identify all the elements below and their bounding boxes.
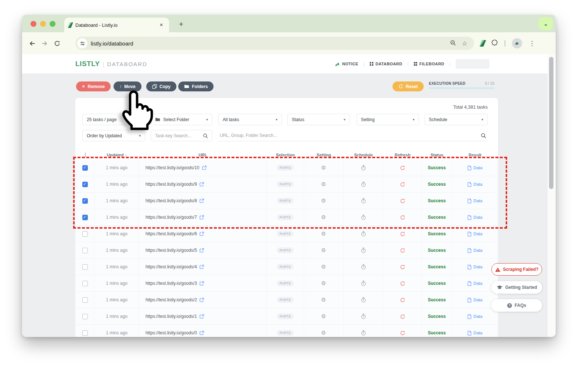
data-link[interactable]: Data <box>467 265 482 269</box>
row-checkbox[interactable] <box>82 281 88 286</box>
column-status[interactable]: Status <box>422 153 452 157</box>
scraping-failed-button[interactable]: Scraping Failed? <box>491 263 542 276</box>
back-button[interactable] <box>26 37 38 50</box>
url-cell[interactable]: https://test.listly.io/goods/5 <box>139 242 267 258</box>
task-url[interactable]: https://test.listly.io/goods/1 <box>146 314 197 319</box>
column-result[interactable]: Result <box>452 153 498 157</box>
profile-avatar[interactable] <box>512 38 522 48</box>
stopwatch-icon[interactable] <box>361 297 366 303</box>
external-link-icon[interactable] <box>200 298 204 302</box>
data-link[interactable]: Data <box>467 281 482 286</box>
data-link[interactable]: Data <box>467 166 482 170</box>
listly-logo[interactable]: LISTLY <box>75 60 100 68</box>
external-link-icon[interactable] <box>200 265 204 269</box>
task-url[interactable]: https://test.listly.io/goods/5 <box>146 248 197 253</box>
task-url[interactable]: https://test.listly.io/goods/3 <box>146 281 197 286</box>
stopwatch-icon[interactable] <box>361 198 366 204</box>
refresh-icon[interactable] <box>400 248 405 253</box>
listly-extension-icon[interactable] <box>479 40 486 47</box>
refresh-icon[interactable] <box>400 182 405 187</box>
remove-button[interactable]: ✕ Remove <box>76 81 111 91</box>
all-tasks-select[interactable]: All tasks ▾ <box>218 114 282 125</box>
external-link-icon[interactable] <box>200 248 204 253</box>
column-refresh[interactable]: Refresh <box>383 153 422 157</box>
gear-icon[interactable]: ⚙ <box>321 197 326 204</box>
task-key-search[interactable] <box>151 130 212 141</box>
window-close-button[interactable] <box>31 21 36 27</box>
task-url[interactable]: https://test.listly.io/goods/6 <box>146 231 197 236</box>
stopwatch-icon[interactable] <box>361 247 366 253</box>
external-link-icon[interactable] <box>200 314 204 319</box>
stopwatch-icon[interactable] <box>361 165 366 171</box>
status-select[interactable]: Status ▾ <box>287 114 350 125</box>
external-link-icon[interactable] <box>200 331 204 335</box>
refresh-icon[interactable] <box>400 231 405 237</box>
url-cell[interactable]: https://test.listly.io/goods/2 <box>139 292 267 308</box>
column-setting[interactable]: Setting <box>304 153 344 157</box>
url-cell[interactable]: https://test.listly.io/goods/4 <box>139 259 267 275</box>
external-link-icon[interactable] <box>200 199 204 203</box>
setting-select[interactable]: Setting ▾ <box>356 114 419 125</box>
stopwatch-icon[interactable] <box>361 181 366 187</box>
data-link[interactable]: Data <box>467 331 482 335</box>
gear-icon[interactable]: ⚙ <box>321 280 326 287</box>
url-text[interactable]: listly.io/databoard <box>91 40 450 47</box>
row-checkbox[interactable] <box>82 165 88 171</box>
gear-icon[interactable]: ⚙ <box>321 313 326 320</box>
row-checkbox[interactable] <box>82 231 88 237</box>
reset-button[interactable]: Reset <box>392 81 424 91</box>
url-cell[interactable]: https://test.listly.io/goods/8 <box>139 193 267 209</box>
task-url[interactable]: https://test.listly.io/goods/10 <box>146 165 200 170</box>
account-placeholder[interactable] <box>456 59 490 69</box>
data-link[interactable]: Data <box>467 215 482 220</box>
getting-started-button[interactable]: Getting Started <box>491 281 542 294</box>
refresh-icon[interactable] <box>400 314 405 319</box>
schedule-select[interactable]: Schedule ▾ <box>424 114 488 125</box>
window-zoom-button[interactable] <box>50 21 55 27</box>
data-link[interactable]: Data <box>467 232 482 236</box>
refresh-icon[interactable] <box>400 330 405 336</box>
data-link[interactable]: Data <box>467 199 482 203</box>
gear-icon[interactable]: ⚙ <box>321 264 326 270</box>
new-tab-button[interactable]: + <box>176 19 187 30</box>
external-link-icon[interactable] <box>200 232 204 236</box>
folders-button[interactable]: Folders <box>178 81 214 91</box>
reload-button[interactable] <box>51 37 63 50</box>
nav-item-notice[interactable]: NOTICE <box>335 62 358 66</box>
refresh-icon[interactable] <box>400 215 405 220</box>
select-all-checkbox[interactable] <box>85 152 86 157</box>
column-url[interactable]: URL <box>139 153 267 157</box>
forward-button[interactable] <box>38 37 51 50</box>
url-search-input[interactable] <box>220 133 481 138</box>
address-bar[interactable]: listly.io/databoard ☆ <box>75 37 474 50</box>
url-cell[interactable]: https://test.listly.io/goods/6 <box>139 226 267 242</box>
column-selection[interactable]: Selection <box>267 153 304 157</box>
task-url[interactable]: https://test.listly.io/goods/0 <box>146 330 197 335</box>
refresh-icon[interactable] <box>400 198 405 204</box>
task-url[interactable]: https://test.listly.io/goods/7 <box>146 215 197 220</box>
gear-icon[interactable]: ⚙ <box>321 214 326 221</box>
gear-icon[interactable]: ⚙ <box>321 164 326 171</box>
url-cell[interactable]: https://test.listly.io/goods/9 <box>139 176 267 192</box>
site-settings-icon[interactable] <box>77 38 87 48</box>
task-url[interactable]: https://test.listly.io/goods/4 <box>146 264 197 269</box>
url-cell[interactable]: https://test.listly.io/goods/10 <box>139 160 267 176</box>
row-checkbox[interactable] <box>82 264 88 270</box>
bookmark-star-icon[interactable]: ☆ <box>462 40 467 47</box>
nav-item-fileboard[interactable]: FILEBOARD <box>414 62 444 66</box>
task-url[interactable]: https://test.listly.io/goods/2 <box>146 297 197 302</box>
row-checkbox[interactable] <box>82 215 88 220</box>
stopwatch-icon[interactable] <box>361 264 366 270</box>
gear-icon[interactable]: ⚙ <box>321 247 326 254</box>
window-minimize-button[interactable] <box>40 21 46 27</box>
stopwatch-icon[interactable] <box>361 214 366 220</box>
row-checkbox[interactable] <box>82 314 88 319</box>
refresh-icon[interactable] <box>400 165 405 171</box>
url-cell[interactable]: https://test.listly.io/goods/7 <box>139 209 267 225</box>
data-link[interactable]: Data <box>467 248 482 253</box>
data-link[interactable]: Data <box>467 298 482 302</box>
stopwatch-icon[interactable] <box>361 280 366 286</box>
search-icon[interactable] <box>203 133 208 138</box>
search-icon[interactable] <box>481 133 486 138</box>
tab-close-icon[interactable]: ✕ <box>158 22 165 28</box>
